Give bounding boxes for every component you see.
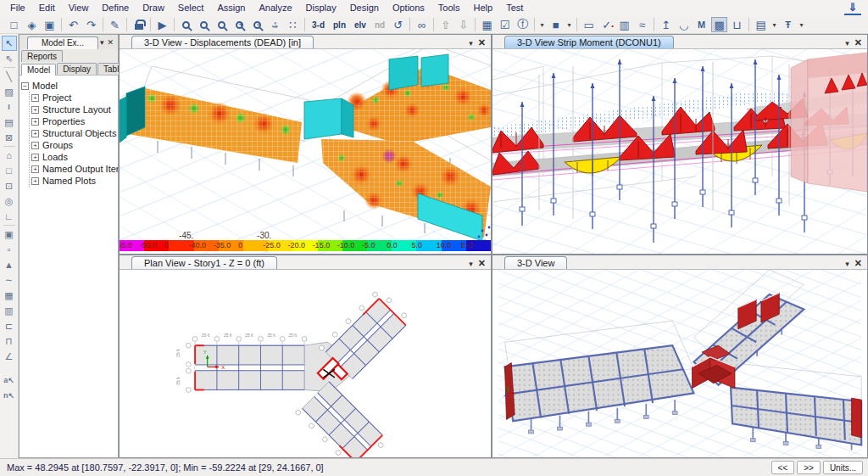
object-shrink-icon[interactable]: ▦ xyxy=(479,17,495,32)
tree-root-model[interactable]: − Model xyxy=(21,80,116,92)
viewport-caret-icon[interactable]: ▾ xyxy=(845,260,849,268)
menu-display[interactable]: Display xyxy=(299,0,343,16)
menu-design[interactable]: Design xyxy=(343,0,386,16)
draw-design-strip-icon[interactable]: ▦ xyxy=(2,288,17,303)
viewport-close-icon[interactable]: ✕ xyxy=(478,37,486,48)
solid-object-icon[interactable]: ■ xyxy=(548,17,564,32)
tree-item-project[interactable]: +Project xyxy=(31,92,116,104)
show-forces-icon[interactable]: Ŧ xyxy=(780,17,796,32)
viewport-plan-tab[interactable]: Plan View - Story1 - Z = 0 (ft) xyxy=(131,256,277,269)
section-cut-icon[interactable]: ⊔ xyxy=(729,17,745,32)
redo-icon[interactable]: ↷ xyxy=(83,17,99,32)
viewport-close-icon[interactable]: ✕ xyxy=(854,258,862,269)
display-options-icon[interactable]: ▩ xyxy=(711,17,727,32)
draw-spring-icon[interactable]: ∼ xyxy=(2,272,17,288)
view-3d-button[interactable]: 3-d xyxy=(309,17,328,32)
moment-diagram-icon[interactable]: M xyxy=(693,17,709,32)
tab-reports[interactable]: Reports xyxy=(21,50,63,62)
draw-rectangle-icon[interactable]: ▭ xyxy=(581,17,597,32)
expand-icon[interactable]: + xyxy=(31,142,39,149)
draw-circle-area-icon[interactable]: ◎ xyxy=(2,193,17,209)
lock-icon[interactable] xyxy=(131,17,147,32)
draw-angle-icon[interactable]: ∠ xyxy=(2,349,17,364)
show-forces-caret-icon[interactable]: ▾ xyxy=(798,17,805,32)
menu-edit[interactable]: Edit xyxy=(32,0,62,16)
draw-point-icon[interactable]: ✓• xyxy=(598,17,615,32)
tree-item-loads[interactable]: +Loads xyxy=(31,151,116,163)
zoom-in-icon[interactable]: + xyxy=(231,17,248,32)
draw-beam-icon[interactable]: ▤ xyxy=(2,115,17,130)
explorer-caret-icon[interactable]: ▾ xyxy=(98,36,106,49)
displacements-canvas[interactable]: -45.-30. -55.0-50.00-40.0-35.00-25.0-20.… xyxy=(120,49,491,254)
previous-zoom-icon[interactable] xyxy=(214,17,230,32)
menu-analyze[interactable]: Analyze xyxy=(252,0,298,16)
clear-selection-icon[interactable]: n↖ xyxy=(2,388,17,403)
expand-icon[interactable]: + xyxy=(31,106,39,114)
tree-item-structural-objects[interactable]: +Structural Objects xyxy=(31,127,116,139)
draw-tendon-icon[interactable]: ≈ xyxy=(634,17,650,32)
select-all-icon[interactable]: a↖ xyxy=(2,372,17,388)
menu-file[interactable]: File xyxy=(3,0,32,16)
expand-icon[interactable]: + xyxy=(31,130,39,137)
open-model-icon[interactable]: ◈ xyxy=(24,17,40,32)
show-undeformed-caret-icon[interactable]: ▾ xyxy=(771,17,778,32)
draw-column-icon[interactable]: I xyxy=(2,99,17,115)
tab-model[interactable]: Model xyxy=(21,64,56,76)
menu-options[interactable]: Options xyxy=(386,0,431,16)
object-visibility-icon[interactable]: ∞ xyxy=(414,17,430,32)
draw-dimension-icon[interactable]: ⊓ xyxy=(2,333,17,349)
strip-moment-canvas[interactable] xyxy=(492,49,867,254)
viewport-close-icon[interactable]: ✕ xyxy=(854,37,862,48)
move-down-level-icon[interactable]: ⇩ xyxy=(455,17,471,32)
viewport-strip-moment-tab[interactable]: 3-D View Strip Moment (DCONU1) xyxy=(504,36,674,48)
support-pin-icon[interactable]: ↥ xyxy=(658,17,674,32)
design-strip-icon[interactable]: ◡ xyxy=(676,17,692,32)
tree-item-named-plots[interactable]: +Named Plots xyxy=(31,175,116,187)
draw-strip-icon[interactable]: ▥ xyxy=(616,17,632,32)
menu-help[interactable]: Help xyxy=(467,0,500,16)
draw-wall-icon[interactable]: ∟ xyxy=(2,209,17,224)
draw-pen-icon[interactable]: ✎ xyxy=(107,17,123,32)
zoom-out-icon[interactable]: − xyxy=(249,17,265,32)
draw-line-icon[interactable]: ╲ xyxy=(2,69,17,84)
walkthrough-icon[interactable]: ∷ xyxy=(285,17,301,32)
menu-select[interactable]: Select xyxy=(171,0,211,16)
expand-icon[interactable]: + xyxy=(31,177,39,185)
new-file-icon[interactable]: □ xyxy=(6,17,22,32)
tree-item-named-output-items[interactable]: +Named Output Items xyxy=(31,163,116,175)
rubber-band-zoom-icon[interactable] xyxy=(178,17,194,32)
select-pointer-icon[interactable]: ↖ xyxy=(2,36,17,51)
previous-button[interactable]: << xyxy=(771,461,795,474)
tree-item-properties[interactable]: +Properties xyxy=(31,115,116,127)
viewport-caret-icon[interactable]: ▾ xyxy=(845,39,849,48)
frame-properties-icon[interactable]: ⓕ xyxy=(515,17,531,32)
draw-section-cut-icon[interactable]: ⊏ xyxy=(2,318,17,333)
run-analysis-icon[interactable]: ▶ xyxy=(154,17,170,32)
elevation-view-button[interactable]: elv xyxy=(351,17,370,32)
units-button[interactable]: Units... xyxy=(823,461,863,474)
save-icon[interactable]: ▣ xyxy=(42,17,58,32)
draw-brace-icon[interactable]: ⊠ xyxy=(2,130,17,145)
menu-assign[interactable]: Assign xyxy=(210,0,252,16)
draw-area-icon[interactable]: ⌂ xyxy=(2,148,17,163)
plan-view-button[interactable]: pln xyxy=(330,17,349,32)
expand-icon[interactable]: + xyxy=(31,154,39,161)
tree-item-structure-layout[interactable]: +Structure Layout xyxy=(31,104,116,115)
collapse-icon[interactable]: − xyxy=(21,82,29,90)
draw-mode-caret-icon[interactable]: ▾ xyxy=(538,17,546,32)
plan-canvas[interactable]: 25 ft 25 ft 25 ft 25 ft 25 ft 25 ft 25 f… xyxy=(120,270,491,457)
rotate-view-icon[interactable]: ↺ xyxy=(390,17,406,32)
move-up-level-icon[interactable]: ⇧ xyxy=(437,17,453,32)
viewport-displacements-tab[interactable]: 3-D View - Displacements (DEAD) [in] xyxy=(131,36,314,48)
tab-display[interactable]: Display xyxy=(57,63,97,75)
viewport-caret-icon[interactable]: ▾ xyxy=(469,39,473,48)
next-button[interactable]: >> xyxy=(797,461,821,474)
named-display-button[interactable]: nd xyxy=(371,17,388,32)
menu-tools[interactable]: Tools xyxy=(431,0,467,16)
model-explorer-title[interactable]: Model Ex... xyxy=(27,36,98,49)
pan-icon[interactable]: ↔↕ xyxy=(267,17,283,32)
restore-full-view-icon[interactable] xyxy=(196,17,212,32)
viewport-close-icon[interactable]: ✕ xyxy=(478,258,486,269)
show-undeformed-icon[interactable]: ▤ xyxy=(753,17,769,32)
menu-draw[interactable]: Draw xyxy=(136,0,171,16)
